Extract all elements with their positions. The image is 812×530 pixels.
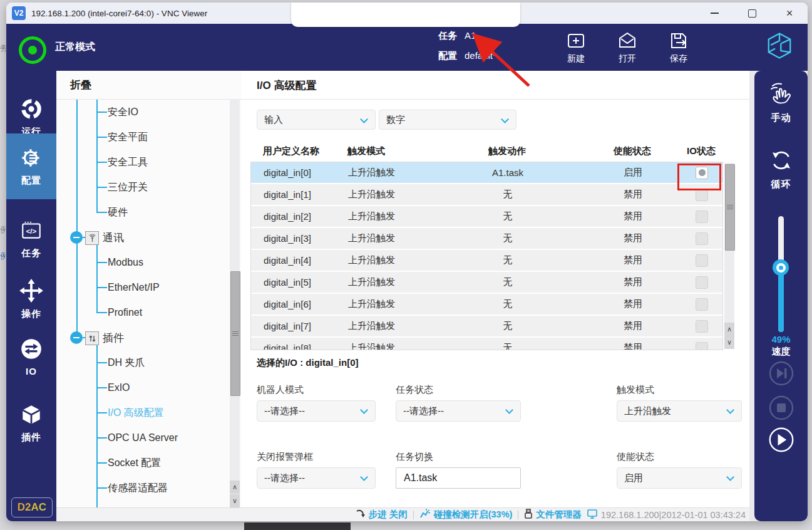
table-scrollbar[interactable]: ∧ ∨ [724,163,734,349]
tree-item[interactable]: Profinet [56,300,216,325]
sidebar-item-io[interactable]: IO [6,328,56,385]
step-forward-button[interactable] [768,360,794,387]
sidebar-item-plugin[interactable]: 插件 [6,394,56,452]
vnc-viewer-window: V2 192.168.1.200 (intel-corei7-64:0) - V… [6,3,808,521]
minimize-button[interactable] [705,4,724,23]
stop-button[interactable] [768,395,794,421]
brand-cube-logo-icon [765,31,794,63]
scroll-up-button[interactable]: ∧ [230,481,240,494]
table-row[interactable]: digital_in[4]上升沿触发无禁用 [251,250,722,271]
io-state-indicator[interactable] [696,276,708,289]
usb-drive-icon [524,509,533,521]
trigger-mode-label: 触发模式 [617,384,654,396]
robot-status-indicator[interactable] [19,36,46,64]
tree-item[interactable]: DH 夹爪 [56,350,216,375]
scroll-down-button[interactable]: ∨ [230,494,240,507]
table-row[interactable]: digital_in[6]上升沿触发无禁用 [251,294,722,314]
enable-state-select[interactable]: 启用 [617,467,742,489]
task-switch-input[interactable]: A1.task [396,467,521,489]
step-mode-status[interactable]: 步进 关闭 [355,509,408,521]
table-row[interactable]: digital_in[2]上升沿触发无禁用 [251,206,722,227]
tree-item[interactable]: OPC UA Server [56,425,216,450]
config-icon [19,146,43,172]
table-cell [680,298,723,311]
divider [241,99,749,100]
trigger-mode-select[interactable]: 上升沿触发 [617,400,742,422]
table-header: 用户定义名称触发模式触发动作使能状态IO状态 [250,141,723,162]
task-switch-value[interactable]: A1.task [396,467,521,489]
table-row[interactable]: digital_in[5]上升沿触发无禁用 [251,272,722,293]
tree-connector [96,362,107,363]
tree-item[interactable]: Socket 配置 [56,450,216,475]
io-state-indicator[interactable] [696,254,708,267]
status-bar: 步进 关闭 碰撞检测开启(33%) 文件管理器 [56,507,749,521]
table-scrollbar-thumb[interactable] [725,164,735,251]
io-state-indicator[interactable] [696,342,708,351]
table-row[interactable]: digital_in[0]上升沿触发A1.task启用 [251,162,722,183]
play-button[interactable] [768,427,794,453]
tree-item[interactable]: EtherNet/IP [56,275,216,300]
speed-slider-handle[interactable] [773,259,789,276]
sidebar-item-config[interactable]: 配置 [6,133,56,199]
tree-item[interactable]: I/O 高级配置 [56,400,216,425]
tree-item[interactable]: 硬件 [56,200,216,225]
table-cell: digital_in[6] [251,299,342,309]
collapse-toggle[interactable] [70,331,83,344]
robot-mode-select[interactable]: --请选择-- [257,400,376,422]
tree-item[interactable]: 安全平面 [56,125,216,150]
io-type-select[interactable]: 数字 [379,110,516,130]
io-state-indicator[interactable] [696,232,708,245]
io-state-indicator[interactable] [696,210,708,223]
sidebar-item-operate[interactable]: 操作 [6,270,56,328]
task-status-select[interactable]: --请选择-- [396,400,521,422]
scroll-down-button[interactable]: ∨ [724,336,734,349]
save-button[interactable]: 保存 [660,30,697,65]
tree-item[interactable]: 插件 [56,325,216,350]
tree-item[interactable]: 安全工具 [56,150,216,175]
collision-detection-status[interactable]: 碰撞检测开启(33%) [419,509,513,521]
new-button[interactable]: 新建 [557,30,595,65]
cycle-mode-button[interactable]: 循环 [754,147,808,190]
maximize-button[interactable] [743,4,761,23]
scroll-up-button[interactable]: ∧ [724,323,734,336]
close-alarm-popup-select[interactable]: --请选择-- [257,467,376,489]
table-cell: 上升沿触发 [342,298,429,310]
speed-slider-fill [778,268,784,332]
config-label: 配置 [438,50,465,62]
brand-button[interactable]: D2AC [11,497,53,517]
table-row[interactable]: digital_in[3]上升沿触发无禁用 [251,228,722,249]
tree-connector [96,312,107,313]
tree-header[interactable]: 折叠 [56,71,241,100]
collapse-toggle[interactable] [70,231,83,244]
table-cell: 无 [429,189,586,200]
vnc-floating-toolbar[interactable] [291,3,520,27]
manual-mode-button[interactable]: 手动 [754,82,808,124]
table-row[interactable]: digital_in[7]上升沿触发无禁用 [251,316,722,336]
tree-scrollbar[interactable]: ∧ ∨ [230,99,240,507]
tree-connector [96,387,107,388]
close-alarm-popup-label: 关闭报警弹框 [257,451,313,463]
io-direction-select[interactable]: 输入 [257,110,376,130]
tree-scrollbar-thumb[interactable] [230,271,240,396]
io-state-indicator[interactable] [696,320,708,333]
chevron-down-icon [505,406,513,414]
tree-item-label: Modbus [108,257,143,268]
tree-item[interactable]: 三位开关 [56,175,216,200]
tree-item[interactable]: 安全IO [56,100,216,125]
open-button[interactable]: 打开 [609,30,646,65]
tree-item-label: 插件 [103,331,124,345]
table-row[interactable]: digital_in[1]上升沿触发无禁用 [251,184,722,205]
file-manager-link[interactable]: 文件管理器 [524,509,582,521]
io-state-indicator[interactable] [696,298,708,311]
tree-item[interactable]: Modbus [56,250,216,275]
tree-item[interactable]: 传感器适配器 [56,475,216,501]
left-sidebar: D2AC 运行配置</>任务操作IO插件 [6,71,56,521]
table-row[interactable]: digital_in[8]上升沿触发无禁用 [251,338,722,350]
close-button[interactable]: × [780,4,799,23]
tree-item[interactable]: ExIO [56,375,216,400]
table-cell: 上升沿触发 [342,232,429,244]
sidebar-item-task[interactable]: </>任务 [6,210,56,268]
column-header: 使能状态 [585,145,679,157]
step-arrow-icon [355,509,366,521]
tree-item[interactable]: 通讯 [56,225,216,250]
